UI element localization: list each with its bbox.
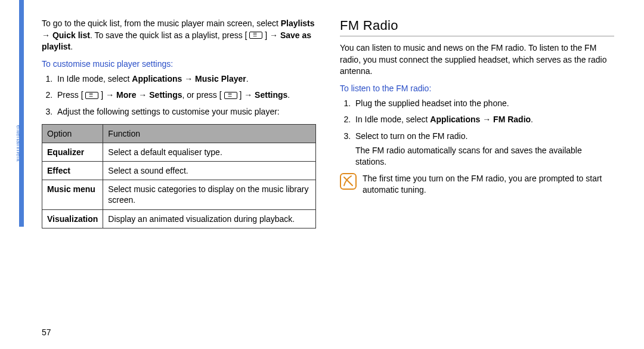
text: Select to turn on the FM radio. (355, 131, 467, 141)
settings-table: Option Function Equalizer Select a defau… (42, 124, 316, 228)
page-content: To go to the quick list, from the music … (42, 18, 632, 228)
customise-steps-list: In Idle mode, select Applications → Musi… (55, 73, 316, 118)
function-cell: Select a sound effect. (103, 161, 316, 180)
text: , or press [ (182, 90, 224, 100)
text: Press [ (57, 90, 85, 100)
text: . (246, 74, 249, 84)
customise-settings-heading: To customise music player settings: (42, 59, 316, 69)
text-bold: Applications → Music Player (132, 74, 246, 84)
text: . (531, 115, 533, 124)
text: ] → (262, 30, 280, 40)
text-bold: More → Settings (116, 90, 182, 100)
text: In Idle mode, select (57, 74, 132, 84)
text-bold: Applications → FM Radio (430, 115, 531, 124)
table-row: Equalizer Select a default equaliser typ… (42, 143, 316, 161)
note-text: The first time you turn on the FM radio,… (363, 173, 614, 196)
table-row: Effect Select a sound effect. (42, 161, 316, 180)
option-cell: Effect (42, 161, 103, 180)
text: In Idle mode, select (355, 115, 430, 124)
menu-key-icon (249, 32, 262, 39)
table-row: Visualization Display an animated visual… (42, 209, 316, 228)
quick-list-paragraph: To go to the quick list, from the music … (42, 18, 316, 53)
right-column: FM Radio You can listen to music and new… (340, 18, 614, 228)
list-item: Press [ ] → More → Settings, or press [ … (55, 89, 316, 101)
table-header-option: Option (42, 124, 103, 143)
note-icon (340, 173, 357, 190)
list-item: Plug the supplied headset into the phone… (353, 98, 614, 110)
note-row: The first time you turn on the FM radio,… (340, 173, 614, 196)
text: To go to the quick list, from the music … (42, 18, 281, 28)
table-header-function: Function (103, 124, 316, 143)
step-sub-text: The FM radio automatically scans for and… (355, 145, 614, 168)
option-cell: Equalizer (42, 143, 103, 161)
fm-radio-intro: You can listen to music and news on the … (340, 42, 614, 78)
text: ] → (98, 90, 116, 100)
sidebar-accent-bar (19, 0, 24, 227)
section-vertical-label: entertainment (16, 125, 22, 161)
list-item: In Idle mode, select Applications → Musi… (55, 73, 316, 85)
listen-fm-heading: To listen to the FM radio: (340, 84, 614, 93)
text-bold: Settings (255, 90, 287, 100)
fm-steps-list: Plug the supplied headset into the phone… (353, 98, 614, 168)
list-item: In Idle mode, select Applications → FM R… (353, 114, 614, 126)
function-cell: Select music categories to display on th… (103, 180, 316, 209)
sidebar: entertainment (0, 0, 24, 349)
left-column: To go to the quick list, from the music … (42, 18, 316, 228)
fm-radio-heading: FM Radio (340, 18, 614, 36)
text: ] → (237, 90, 255, 100)
list-item: Select to turn on the FM radio. The FM r… (353, 131, 614, 168)
function-cell: Select a default equaliser type. (103, 143, 316, 161)
text: . To save the quick list as a playlist, … (90, 30, 249, 40)
option-cell: Music menu (42, 180, 103, 209)
list-item: Adjust the following settings to customi… (55, 106, 316, 118)
menu-key-icon (224, 92, 237, 99)
page-number: 57 (42, 328, 51, 337)
text: . (287, 90, 290, 100)
option-cell: Visualization (42, 209, 103, 228)
table-row: Music menu Select music categories to di… (42, 180, 316, 209)
function-cell: Display an animated visualization during… (103, 209, 316, 228)
text: . (70, 42, 73, 51)
menu-key-icon (85, 92, 98, 99)
